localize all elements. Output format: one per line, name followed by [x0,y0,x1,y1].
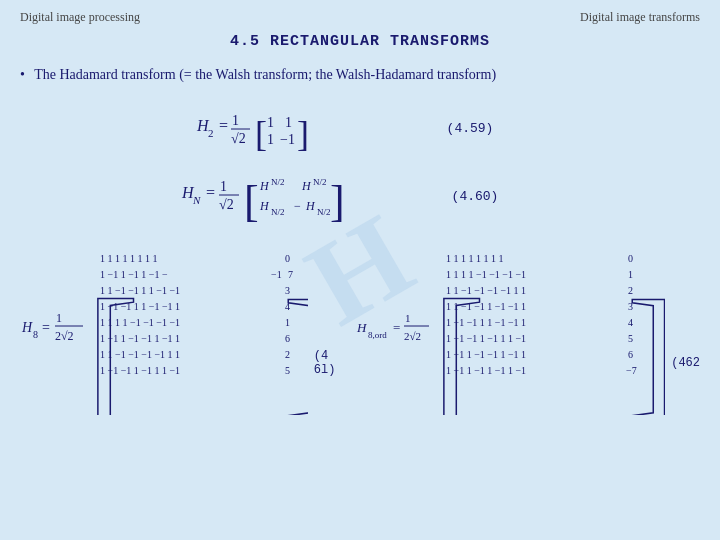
eq2-label: (4.60) [452,189,499,204]
right-matrix-group: H 8,ord = 1 2√2 [ 1 1 1 1 1 1 1 1 0 1 1 … [355,240,700,415]
svg-text:1: 1 [267,132,274,147]
svg-text:1  1 −1 −1  1 −1 −1  1: 1 1 −1 −1 1 −1 −1 1 [446,301,526,312]
svg-text:√2: √2 [231,131,246,146]
eq2-container: H N = 1 √2 [ H N/2 H N/2 H N/2 − H N/2 ]… [20,166,700,226]
svg-text:N: N [192,194,201,206]
svg-text:[: [ [255,114,267,154]
left-matrix-group: H 8 = 1 2√2 [ 1 1 1 1 1 1 1 1 0 1 −1 1 −… [20,240,355,415]
header: Digital image processing Digital image t… [20,10,700,25]
svg-text:1 −1  1 −1 −1  1 −1  1: 1 −1 1 −1 −1 1 −1 1 [100,333,180,344]
svg-text:1 −1  1 −1 −1  1 −1  1: 1 −1 1 −1 −1 1 −1 1 [446,349,526,360]
svg-text:]: ] [297,114,309,154]
section-title: 4.5 RECTANGULAR TRANSFORMS [20,33,700,50]
svg-text:1  1  1  1  1  1  1  1: 1 1 1 1 1 1 1 1 [446,253,504,264]
eq4-label: (462 [671,356,700,370]
svg-text:0: 0 [285,253,290,264]
svg-text:1  1 −1 −1 −1 −1  1  1: 1 1 −1 −1 −1 −1 1 1 [100,349,180,360]
svg-text:N/2: N/2 [271,207,285,217]
svg-text:1 −1 −1  1  1 −1 −1  1: 1 −1 −1 1 1 −1 −1 1 [100,301,180,312]
svg-text:1 −1 −1  1  1 −1 −1  1: 1 −1 −1 1 1 −1 −1 1 [446,317,526,328]
svg-text:H: H [259,179,270,193]
intro-content: The Hadamard transform (= the Walsh tran… [34,67,496,82]
svg-text:=: = [219,117,228,134]
svg-text:8,ord: 8,ord [368,330,387,340]
svg-text:]: ] [627,271,665,415]
svg-text:1 −1 −1  1 −1  1  1 −1: 1 −1 −1 1 −1 1 1 −1 [446,333,526,344]
eq2-svg: H N = 1 √2 [ H N/2 H N/2 H N/2 − H N/2 ] [162,166,502,226]
svg-text:1  1 −1 −1 −1 −1  1  1: 1 1 −1 −1 −1 −1 1 1 [446,285,526,296]
svg-text:1: 1 [220,179,227,194]
svg-text:]: ] [283,271,308,415]
svg-text:1 −1 −1  1 −1  1  1 −1: 1 −1 −1 1 −1 1 1 −1 [100,365,180,376]
svg-text:2: 2 [208,127,214,139]
svg-text:1  1 −1 −1  1  1 −1 −1: 1 1 −1 −1 1 1 −1 −1 [100,285,180,296]
svg-text:8: 8 [33,329,38,340]
svg-text:2√2: 2√2 [55,329,74,343]
svg-text:=: = [42,320,50,335]
eq1-container: H 2 = 1 √2 [ 1 1 1 −1 ] (4.59) [20,101,700,156]
intro-text: • The Hadamard transform (= the Walsh tr… [20,64,700,85]
svg-text:−: − [294,199,301,213]
svg-text:1 −1  1 −1  1 −1  1 −1: 1 −1 1 −1 1 −1 1 −1 [446,365,526,376]
eq1-svg: H 2 = 1 √2 [ 1 1 1 −1 ] [167,101,487,156]
svg-text:=: = [206,184,215,201]
svg-text:1: 1 [285,115,292,130]
svg-text:0: 0 [628,253,633,264]
left-matrix-svg: H 8 = 1 2√2 [ 1 1 1 1 1 1 1 1 0 1 −1 1 −… [20,240,308,415]
svg-text:]: ] [330,177,345,226]
svg-text:H: H [21,320,33,335]
svg-text:N/2: N/2 [317,207,331,217]
svg-text:1: 1 [56,311,62,325]
svg-text:H: H [301,179,312,193]
svg-text:1  1  1  1  1  1  1  1: 1 1 1 1 1 1 1 1 [100,253,158,264]
svg-text:1  1  1  1 −1 −1 −1 −1: 1 1 1 1 −1 −1 −1 −1 [446,269,526,280]
svg-text:−1: −1 [280,132,295,147]
svg-text:H: H [356,320,367,335]
header-right: Digital image transforms [580,10,700,25]
matrices-section: H 8 = 1 2√2 [ 1 1 1 1 1 1 1 1 0 1 −1 1 −… [20,240,700,415]
svg-text:1: 1 [267,115,274,130]
svg-text:−1: −1 [271,269,282,280]
svg-text:[: [ [244,177,259,226]
svg-text:1: 1 [232,113,239,128]
svg-text:H: H [305,199,316,213]
svg-text:N/2: N/2 [271,177,285,187]
svg-text:1: 1 [405,312,411,324]
svg-text:√2: √2 [219,197,234,212]
eq1-label: (4.59) [447,121,494,136]
svg-text:2√2: 2√2 [404,330,421,342]
header-left: Digital image processing [20,10,140,25]
svg-text:N/2: N/2 [313,177,327,187]
svg-text:1  1  1  1 −1 −1 −1 −1: 1 1 1 1 −1 −1 −1 −1 [100,317,180,328]
svg-text:H: H [259,199,270,213]
svg-text:=: = [393,320,400,335]
bullet-point: • [20,67,25,82]
right-matrix-svg: H 8,ord = 1 2√2 [ 1 1 1 1 1 1 1 1 0 1 1 … [355,240,665,415]
svg-text:1 −1  1 −1  1 −1  −: 1 −1 1 −1 1 −1 − [100,269,168,280]
eq3-label: (4 6l) [314,349,355,377]
page: Digital image processing Digital image t… [0,0,720,540]
